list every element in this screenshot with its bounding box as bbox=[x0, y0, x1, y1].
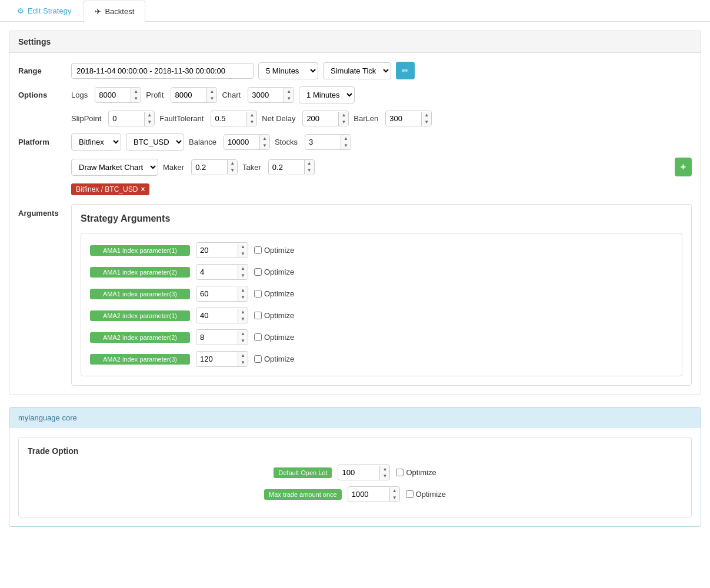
trade-input-0[interactable] bbox=[338, 465, 379, 480]
balance-down[interactable]: ▼ bbox=[260, 142, 269, 149]
chart-spinner: ▲ ▼ bbox=[284, 88, 294, 102]
platform-tag-close[interactable]: × bbox=[141, 185, 145, 193]
arg-down-5[interactable]: ▼ bbox=[238, 359, 248, 366]
optimize-check-1[interactable] bbox=[254, 268, 262, 276]
stocks-up[interactable]: ▲ bbox=[341, 135, 351, 142]
trade-badge-1: Max trade amount once bbox=[264, 489, 342, 500]
trade-num-0: ▲ ▼ bbox=[338, 465, 390, 480]
logs-up[interactable]: ▲ bbox=[131, 88, 141, 95]
arg-down-0[interactable]: ▼ bbox=[238, 250, 248, 258]
tab-backtest[interactable]: ✈ Backtest bbox=[84, 1, 145, 22]
language-header: mylanguage core bbox=[9, 407, 701, 428]
arg-up-5[interactable]: ▲ bbox=[238, 352, 248, 359]
optimize-wrap-3: Optimize bbox=[254, 311, 294, 320]
arg-num-4: ▲ ▼ bbox=[196, 329, 248, 345]
optimize-check-4[interactable] bbox=[254, 333, 262, 341]
barlen-input[interactable] bbox=[386, 111, 421, 126]
edit-button[interactable]: ✏ bbox=[396, 62, 415, 79]
taker-down[interactable]: ▼ bbox=[305, 167, 314, 174]
trade-optimize-check-1[interactable] bbox=[406, 490, 414, 498]
balance-spinner: ▲ ▼ bbox=[259, 135, 269, 149]
optimize-check-3[interactable] bbox=[254, 312, 262, 319]
trade-optimize-check-0[interactable] bbox=[396, 469, 404, 476]
logs-input[interactable] bbox=[95, 88, 131, 102]
exchange-select[interactable]: Bitfinex Binance OKEx bbox=[71, 133, 121, 151]
trade-down-1[interactable]: ▼ bbox=[390, 495, 399, 502]
settings-panel: Settings Range 5 Minutes 1 Minutes 3 Min… bbox=[9, 31, 701, 395]
optimize-wrap-5: Optimize bbox=[254, 355, 294, 363]
barlen-up[interactable]: ▲ bbox=[422, 112, 431, 119]
arg-spinner-3: ▲ ▼ bbox=[238, 309, 248, 323]
platform-tag: Bitfinex / BTC_USD × bbox=[71, 183, 149, 195]
trade-down-0[interactable]: ▼ bbox=[380, 473, 389, 480]
arg-input-5[interactable] bbox=[196, 352, 238, 366]
arg-up-0[interactable]: ▲ bbox=[238, 243, 248, 250]
trade-badge-0: Default Open Lot bbox=[274, 467, 332, 478]
trade-up-1[interactable]: ▲ bbox=[390, 487, 399, 495]
barlen-down[interactable]: ▼ bbox=[422, 119, 431, 126]
period-select[interactable]: 1 Minutes 3 Minutes 5 Minutes bbox=[299, 86, 355, 103]
tab-edit-strategy-label: Edit Strategy bbox=[28, 6, 71, 15]
chart-down[interactable]: ▼ bbox=[284, 95, 294, 102]
add-platform-button[interactable]: + bbox=[675, 158, 692, 176]
netdelay-down[interactable]: ▼ bbox=[339, 119, 348, 126]
arg-input-2[interactable] bbox=[196, 286, 238, 301]
mode-select[interactable]: Simulate Tick Real Tick Bar Mode bbox=[323, 62, 391, 79]
draw-chart-select[interactable]: Draw Market Chart Don't Draw bbox=[71, 159, 158, 176]
profit-down[interactable]: ▼ bbox=[207, 95, 216, 102]
arg-down-4[interactable]: ▼ bbox=[238, 338, 248, 345]
logs-down[interactable]: ▼ bbox=[131, 95, 141, 102]
faulttolerant-up[interactable]: ▲ bbox=[247, 112, 256, 119]
faulttolerant-spinner: ▲ ▼ bbox=[246, 112, 256, 126]
taker-up[interactable]: ▲ bbox=[305, 160, 314, 167]
optimize-wrap-0: Optimize bbox=[254, 246, 294, 255]
stocks-down[interactable]: ▼ bbox=[341, 142, 351, 149]
arg-spinner-2: ▲ ▼ bbox=[238, 287, 248, 301]
trade-optimize-label-1: Optimize bbox=[416, 490, 446, 499]
arg-input-4[interactable] bbox=[196, 330, 238, 345]
arg-down-2[interactable]: ▼ bbox=[238, 294, 248, 301]
arg-input-3[interactable] bbox=[196, 308, 238, 323]
arg-up-3[interactable]: ▲ bbox=[238, 309, 248, 316]
slippoint-up[interactable]: ▲ bbox=[145, 112, 154, 119]
faulttolerant-input[interactable] bbox=[211, 111, 246, 126]
balance-up[interactable]: ▲ bbox=[260, 135, 269, 142]
trade-input-1[interactable] bbox=[348, 487, 389, 502]
netdelay-up[interactable]: ▲ bbox=[339, 112, 348, 119]
arg-row-4: AMA2 index parameter(2) ▲ ▼ Optimiz bbox=[90, 329, 673, 345]
settings-header: Settings bbox=[9, 31, 701, 53]
netdelay-input[interactable] bbox=[303, 111, 338, 126]
chart-up[interactable]: ▲ bbox=[284, 88, 294, 95]
optimize-check-2[interactable] bbox=[254, 290, 262, 298]
profit-up[interactable]: ▲ bbox=[207, 88, 216, 95]
arguments-panel: Strategy Arguments AMA1 index parameter(… bbox=[71, 204, 692, 386]
slippoint-label: SlipPoint bbox=[71, 114, 101, 123]
faulttolerant-down[interactable]: ▼ bbox=[247, 119, 256, 126]
maker-down[interactable]: ▼ bbox=[228, 167, 237, 174]
trade-up-0[interactable]: ▲ bbox=[380, 466, 389, 473]
stocks-input[interactable] bbox=[305, 135, 341, 149]
arg-badge-4: AMA2 index parameter(2) bbox=[90, 332, 190, 343]
chart-input[interactable] bbox=[248, 88, 284, 102]
arg-down-3[interactable]: ▼ bbox=[238, 316, 248, 323]
optimize-label-2: Optimize bbox=[264, 289, 294, 298]
arg-input-0[interactable] bbox=[196, 243, 238, 258]
maker-input[interactable] bbox=[192, 160, 227, 175]
taker-input[interactable] bbox=[269, 160, 304, 175]
slippoint-input[interactable] bbox=[109, 111, 144, 126]
optimize-check-5[interactable] bbox=[254, 355, 262, 363]
optimize-check-0[interactable] bbox=[254, 246, 262, 254]
arg-input-1[interactable] bbox=[196, 265, 238, 279]
balance-input[interactable] bbox=[224, 135, 259, 149]
arg-down-1[interactable]: ▼ bbox=[238, 272, 248, 279]
maker-up[interactable]: ▲ bbox=[228, 160, 237, 167]
arg-up-2[interactable]: ▲ bbox=[238, 287, 248, 294]
pair-select[interactable]: BTC_USD ETH_USD LTC_USD bbox=[126, 133, 184, 151]
arg-up-4[interactable]: ▲ bbox=[238, 330, 248, 338]
slippoint-down[interactable]: ▼ bbox=[145, 119, 154, 126]
profit-input[interactable] bbox=[171, 88, 206, 102]
range-input[interactable] bbox=[71, 63, 254, 79]
arg-up-1[interactable]: ▲ bbox=[238, 265, 248, 272]
tab-edit-strategy[interactable]: ⚙ Edit Strategy bbox=[6, 0, 82, 21]
timeframe-select[interactable]: 5 Minutes 1 Minutes 3 Minutes 15 Minutes bbox=[258, 62, 318, 79]
